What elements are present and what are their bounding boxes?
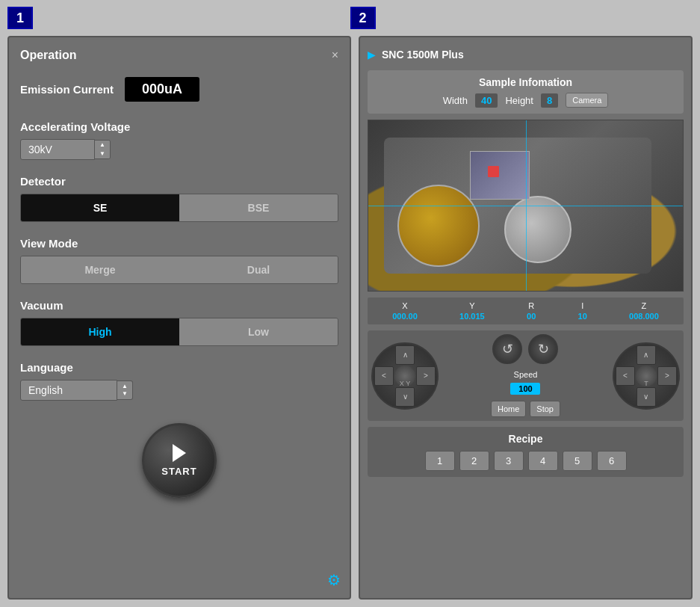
coord-x: X 000.00 xyxy=(392,301,418,321)
recipe-buttons: 1 2 3 4 5 6 xyxy=(374,451,678,471)
vacuum-toggle: High Low xyxy=(20,318,338,346)
emission-label: Emission Current xyxy=(20,83,114,96)
camera-view xyxy=(368,120,684,292)
right-dpad-container: ∧ ∨ < > T xyxy=(613,342,680,410)
right-dpad: ∧ ∨ < > T xyxy=(613,342,680,410)
recipe-btn-1[interactable]: 1 xyxy=(425,451,455,471)
home-stop-controls: Home Stop xyxy=(491,401,560,417)
sample-info-section: Sample Infomation Width 40 Height 8 Came… xyxy=(368,70,684,114)
dpad-up-button[interactable]: ∧ xyxy=(395,345,415,365)
vacuum-label: Vacuum xyxy=(20,299,338,312)
crosshair-vertical xyxy=(526,120,527,291)
viewmode-section: View Mode Merge Dual xyxy=(20,237,338,284)
language-label: Language xyxy=(20,361,338,374)
vacuum-high-button[interactable]: High xyxy=(21,318,179,345)
detector-bse-button[interactable]: BSE xyxy=(179,194,338,221)
right-dpad-label: T xyxy=(644,380,648,387)
recipe-btn-5[interactable]: 5 xyxy=(563,451,592,471)
language-select[interactable]: English xyxy=(20,380,117,401)
language-section: Language English ▲ ▼ xyxy=(20,361,338,401)
voltage-label: Accelerating Voltage xyxy=(20,120,338,133)
viewmode-toggle: Merge Dual xyxy=(20,256,338,284)
coord-z: Z 008.000 xyxy=(629,301,659,321)
right-dpad-up-button[interactable]: ∧ xyxy=(636,345,656,365)
snc-header: ▶ SNC 1500M Plus xyxy=(368,45,684,64)
recipe-title: Recipe xyxy=(374,433,678,445)
coord-r: R 00 xyxy=(527,301,536,321)
height-label: Height xyxy=(505,95,533,106)
width-value: 40 xyxy=(475,93,498,108)
right-dpad-right-button[interactable]: > xyxy=(657,366,677,386)
camera-background xyxy=(368,120,683,291)
rotation-buttons: ↺ ↻ xyxy=(492,334,558,364)
recipe-btn-4[interactable]: 4 xyxy=(528,451,558,471)
left-dpad-container: ∧ ∨ < > X Y xyxy=(371,342,439,410)
recipe-btn-2[interactable]: 2 xyxy=(459,451,489,471)
dpad-left-button[interactable]: < xyxy=(374,366,394,386)
emission-section: Emission Current 000uA xyxy=(20,77,338,102)
rotate-cw-button[interactable]: ↻ xyxy=(528,334,558,364)
voltage-input[interactable] xyxy=(20,139,95,160)
height-value: 8 xyxy=(541,93,558,108)
left-dpad: ∧ ∨ < > X Y xyxy=(371,342,439,410)
detector-section: Detector SE BSE xyxy=(20,175,338,222)
vacuum-section: Vacuum High Low xyxy=(20,299,338,346)
detector-toggle: SE BSE xyxy=(20,194,338,222)
voltage-spinner[interactable]: ▲ ▼ xyxy=(95,140,111,159)
right-panel: ▶ SNC 1500M Plus Sample Infomation Width… xyxy=(359,36,693,600)
vacuum-low-button[interactable]: Low xyxy=(179,318,338,345)
start-label: START xyxy=(161,466,196,477)
speed-value: 100 xyxy=(510,383,540,395)
width-label: Width xyxy=(443,95,468,106)
detector-label: Detector xyxy=(20,175,338,188)
recipe-section: Recipe 1 2 3 4 5 6 xyxy=(368,427,684,477)
recipe-btn-3[interactable]: 3 xyxy=(494,451,524,471)
panel-1-badge: 1 xyxy=(7,7,33,29)
viewmode-dual-button[interactable]: Dual xyxy=(179,256,338,283)
language-spinner[interactable]: ▲ ▼ xyxy=(117,380,133,399)
right-dpad-left-button[interactable]: < xyxy=(616,366,635,386)
coordinates-bar: X 000.00 Y 10.015 R 00 I 10 Z 008.000 xyxy=(368,298,684,324)
start-play-icon xyxy=(173,444,186,462)
start-button[interactable]: START xyxy=(142,423,217,498)
snc-logo-icon: ▶ xyxy=(368,49,376,61)
right-dpad-down-button[interactable]: ∨ xyxy=(636,387,656,407)
speed-label: Speed xyxy=(514,370,538,379)
camera-button[interactable]: Camera xyxy=(566,93,608,108)
operation-title: Operation xyxy=(20,49,77,62)
dpad-right-button[interactable]: > xyxy=(416,366,436,386)
coord-y: Y 10.015 xyxy=(459,301,485,321)
rotate-ccw-button[interactable]: ↺ xyxy=(492,334,522,364)
detector-se-button[interactable]: SE xyxy=(21,194,179,221)
emission-display: 000uA xyxy=(125,77,199,102)
controls-area: ∧ ∨ < > X Y ↺ ↻ Speed 100 xyxy=(368,330,684,421)
snc-title: SNC 1500M Plus xyxy=(382,49,464,61)
sample-info-title: Sample Infomation xyxy=(374,76,678,88)
voltage-up[interactable]: ▲ xyxy=(95,141,110,150)
close-button[interactable]: × xyxy=(332,49,338,62)
dpad-xy-label: X Y xyxy=(400,380,410,387)
recipe-btn-6[interactable]: 6 xyxy=(597,451,627,471)
gear-icon[interactable]: ⚙ xyxy=(327,571,341,589)
coord-i: I 10 xyxy=(578,301,587,321)
left-panel: Operation × Emission Current 000uA Accel… xyxy=(7,36,351,600)
voltage-down[interactable]: ▼ xyxy=(95,150,110,158)
stop-button[interactable]: Stop xyxy=(530,401,560,417)
home-button[interactable]: Home xyxy=(491,401,526,417)
voltage-section: Accelerating Voltage ▲ ▼ xyxy=(20,120,338,160)
viewmode-label: View Mode xyxy=(20,237,338,250)
dpad-down-button[interactable]: ∨ xyxy=(395,387,415,407)
panel-2-badge: 2 xyxy=(350,7,376,29)
speed-control: Speed 100 xyxy=(510,370,540,395)
viewmode-merge-button[interactable]: Merge xyxy=(21,256,179,283)
